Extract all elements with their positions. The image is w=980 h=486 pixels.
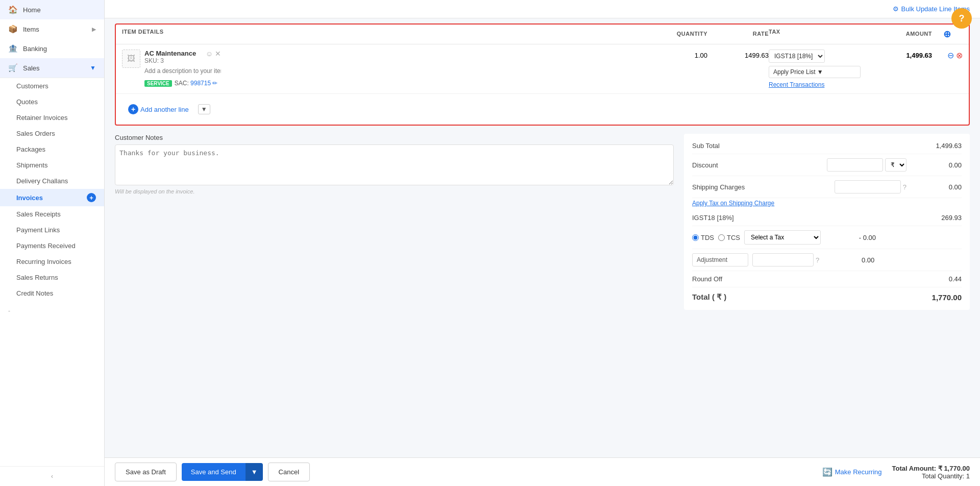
invoices-add-icon[interactable]: + [87,193,96,202]
adjustment-help-icon[interactable]: ? [816,256,819,264]
sidebar-item-recurring-invoices[interactable]: Recurring Invoices [0,254,104,270]
sidebar-item-sales-returns[interactable]: Sales Returns [0,270,104,285]
sidebar-item-credit-notes[interactable]: Credit Notes [0,285,104,301]
save-and-send-dropdown-button[interactable]: ▼ [246,463,263,481]
item-top-row: AC Maintenance SKU: 3 ☺ ✕ [144,50,221,64]
customer-notes-label: Customer Notes [115,134,674,141]
tax-select-dropdown[interactable]: IGST18 [18%] [769,50,825,63]
recent-transactions-link[interactable]: Recent Transactions [769,81,861,88]
sidebar-item-delivery-challans[interactable]: Delivery Challans [0,173,104,189]
tcs-radio-label[interactable]: TCS [718,234,740,241]
igst-row: IGST18 [18%] 269.93 [692,210,962,226]
sidebar-item-payment-links[interactable]: Payment Links [0,222,104,238]
sidebar-item-customers[interactable]: Customers [0,78,104,94]
shipping-help-icon[interactable]: ? [903,183,906,191]
round-off-label: Round Off [692,275,906,283]
sidebar-item-quotes[interactable]: Quotes [0,94,104,110]
adjustment-label-input[interactable] [692,253,748,266]
make-recurring-button[interactable]: 🔄 Make Recurring [822,467,882,477]
items-arrow-icon: ▶ [92,26,96,33]
adjustment-value: 0.00 [823,256,874,264]
save-and-send-button[interactable]: Save and Send [182,463,246,481]
adjustment-row: ? 0.00 [692,249,962,271]
smile-icon[interactable]: ☺ [206,50,213,58]
item-description-input[interactable] [144,66,221,76]
discount-value: 0.00 [911,161,962,169]
sidebar-item-home[interactable]: 🏠 Home [0,0,104,19]
apply-price-list-button[interactable]: Apply Price List ▼ [769,66,861,78]
sidebar-item-invoices[interactable]: Invoices + [0,189,104,206]
total-value: 1,770.00 [911,293,962,302]
discount-input[interactable] [827,158,883,172]
sidebar-item-payments-received[interactable]: Payments Received [0,238,104,254]
items-icon: 📦 [8,25,18,34]
total-label: Total ( ₹ ) [692,293,906,302]
save-as-draft-button[interactable]: Save as Draft [115,463,177,481]
igst-label: IGST18 [18%] [692,214,906,222]
item-rate-cell: 1499.63 [707,50,769,59]
item-info: AC Maintenance SKU: 3 ☺ ✕ SERVICE [144,50,221,87]
item-sku: SKU: 3 [144,57,206,64]
sales-icon: 🛒 [8,63,18,72]
sidebar-item-items[interactable]: 📦 Items ▶ [0,19,104,39]
item-tags-row: SERVICE SAC: 998715 ✏ [144,80,221,87]
bottom-section: Customer Notes Will be displayed on the … [115,134,970,310]
sidebar-item-sales-orders[interactable]: Sales Orders [0,126,104,141]
sidebar-home-label: Home [23,6,41,14]
item-name-block: AC Maintenance SKU: 3 [144,50,206,64]
sidebar: 🏠 Home 📦 Items ▶ 🏦 Banking 🛒 Sales ▼ Cus… [0,0,105,486]
sidebar-item-shipments[interactable]: Shipments [0,157,104,173]
image-icon: 🖼 [127,54,135,63]
item-sac: SAC: 998715 ✏ [175,80,218,87]
item-close-icon[interactable]: ✕ [215,50,221,58]
item-amount: 1,499.63 [906,52,932,59]
tcs-radio[interactable] [718,234,725,241]
sidebar-collapse-button[interactable]: ‹ [0,466,104,486]
item-image: 🖼 [122,50,140,68]
add-column-icon[interactable]: ⊕ [943,29,951,39]
adjustment-input[interactable] [752,253,814,266]
customer-notes-textarea[interactable] [115,144,674,185]
sidebar-item-packages[interactable]: Packages [0,141,104,157]
cancel-button[interactable]: Cancel [268,463,310,481]
adjustment-input-group: ? [752,253,819,266]
footer-bar: Save as Draft Save and Send ▼ Cancel 🔄 M… [105,457,980,486]
footer-total-amount: Total Amount: ₹ 1,770.00 [892,465,970,472]
sidebar-item-banking[interactable]: 🏦 Banking [0,39,104,58]
discount-label: Discount [692,161,823,169]
sidebar-item-retainer-invoices[interactable]: Retainer Invoices [0,110,104,126]
help-button[interactable]: ? [951,8,972,29]
tds-tax-dropdown[interactable]: Select a Tax [744,230,821,245]
add-line-row: + Add another line ▼ [116,94,969,125]
row-remove-icon[interactable]: ⊗ [956,51,963,60]
item-tax-cell: IGST18 [18%] Apply Price List ▼ Recent T… [769,50,861,88]
discount-currency-select[interactable]: ₹ [885,158,906,172]
table-header-row: ITEM DETAILS QUANTITY RATE TAX AMOUNT ⊕ [116,25,969,44]
table-row: 🖼 AC Maintenance SKU: 3 ☺ ✕ [116,44,969,94]
apply-tax-shipping-row: Apply Tax on Shipping Charge [692,198,962,210]
tds-radio-label[interactable]: TDS [692,234,714,241]
tds-tcs-row: TDS TCS Select a Tax - 0.00 [692,226,962,249]
header-item-details: ITEM DETAILS [122,29,646,40]
footer-right: 🔄 Make Recurring Total Amount: ₹ 1,770.0… [822,465,970,480]
shipping-value: 0.00 [911,183,962,191]
add-another-line-button[interactable]: + Add another line [128,104,189,114]
shipping-label: Shipping Charges [692,183,830,191]
total-row: Total ( ₹ ) 1,770.00 [692,287,962,306]
shipping-input[interactable] [835,180,901,193]
add-line-dropdown-icon[interactable]: ▼ [198,104,210,114]
sidebar-item-sales-receipts[interactable]: Sales Receipts [0,206,104,222]
customer-notes-section: Customer Notes Will be displayed on the … [115,134,674,310]
sidebar-sales-submenu: Customers Quotes Retainer Invoices Sales… [0,78,104,301]
tds-radio[interactable] [692,234,699,241]
apply-tax-shipping-link[interactable]: Apply Tax on Shipping Charge [692,200,774,207]
sac-value-link[interactable]: 998715 [190,80,211,87]
sidebar-banking-label: Banking [23,45,47,53]
item-quantity: 1.00 [695,52,707,59]
sac-edit-icon[interactable]: ✏ [212,80,217,87]
round-off-value: 0.44 [911,275,962,283]
sidebar-item-sales[interactable]: 🛒 Sales ▼ [0,58,104,78]
shipping-row: Shipping Charges ? 0.00 [692,176,962,198]
footer-totals: Total Amount: ₹ 1,770.00 Total Quantity:… [892,465,970,480]
row-minus-icon[interactable]: ⊖ [947,51,954,60]
